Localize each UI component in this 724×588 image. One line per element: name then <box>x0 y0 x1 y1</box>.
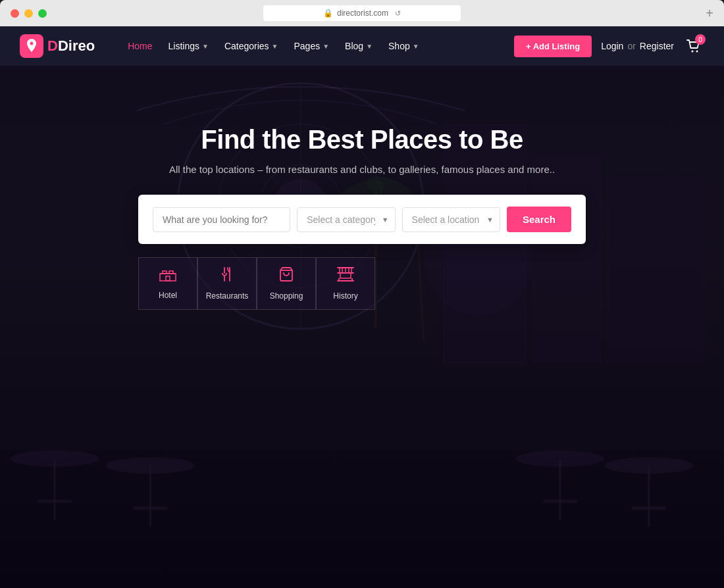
svg-rect-44 <box>340 273 351 278</box>
svg-rect-28 <box>543 500 577 503</box>
nav-label-pages: Pages <box>294 41 320 51</box>
nav-label-categories: Categories <box>224 41 269 51</box>
svg-rect-27 <box>133 506 167 510</box>
cart-button[interactable]: 0 <box>683 36 704 57</box>
register-link[interactable]: Register <box>640 41 674 51</box>
svg-point-0 <box>692 51 694 53</box>
search-button[interactable]: Search <box>507 207 571 232</box>
maximize-button[interactable] <box>38 9 47 18</box>
category-select[interactable]: Select a category Hotel Restaurants Shop… <box>297 207 395 232</box>
svg-rect-26 <box>38 500 72 503</box>
category-label-restaurants: Restaurants <box>206 291 249 301</box>
chevron-down-icon: ▼ <box>366 43 373 50</box>
minimize-button[interactable] <box>24 9 33 18</box>
reload-button[interactable]: ↺ <box>395 9 401 18</box>
chevron-down-icon: ▼ <box>323 43 329 50</box>
window-chrome: 🔒 directorist.com ↺ + <box>0 0 724 26</box>
nav-item-home[interactable]: Home <box>121 36 159 57</box>
logo-text: DDireo <box>47 37 95 55</box>
chevron-down-icon: ▼ <box>202 43 209 50</box>
nav-item-blog[interactable]: Blog ▼ <box>338 36 379 57</box>
logo-icon <box>20 34 43 58</box>
category-label-shopping: Shopping <box>270 291 303 301</box>
chevron-down-icon: ▼ <box>272 43 278 50</box>
svg-point-1 <box>696 51 698 53</box>
add-listing-button[interactable]: + Add Listing <box>514 36 592 57</box>
hero-content: Find the Best Places to Be All the top l… <box>138 125 586 310</box>
logo[interactable]: DDireo <box>20 34 95 58</box>
hero-section: Find the Best Places to Be All the top l… <box>0 66 724 310</box>
window-controls <box>11 9 47 18</box>
nav-label-blog: Blog <box>345 41 363 51</box>
category-cards: Hotel Restaurants <box>138 257 586 310</box>
address-bar[interactable]: 🔒 directorist.com ↺ <box>263 5 461 21</box>
hero-subtitle: All the top locations – from restaurants… <box>138 164 586 175</box>
url-text: directorist.com <box>337 9 388 18</box>
nav-item-listings[interactable]: Listings ▼ <box>162 36 215 57</box>
nav-links: Home Listings ▼ Categories ▼ Pages ▼ Blo… <box>121 36 494 57</box>
category-card-hotel[interactable]: Hotel <box>138 257 197 310</box>
hotel-icon <box>159 267 176 285</box>
site-content: Find the Best Places to Be All the top l… <box>0 66 724 588</box>
location-select[interactable]: Select a location New York Los Angeles C… <box>402 207 500 232</box>
nav-right: + Add Listing Login or Register 0 <box>514 36 704 57</box>
svg-rect-32 <box>160 274 176 281</box>
lock-icon: 🔒 <box>323 9 333 18</box>
login-link[interactable]: Login <box>601 41 623 51</box>
nav-item-categories[interactable]: Categories ▼ <box>218 36 285 57</box>
category-select-wrapper: Select a category Hotel Restaurants Shop… <box>297 207 395 232</box>
close-button[interactable] <box>11 9 19 18</box>
restaurants-icon <box>219 266 235 286</box>
svg-rect-17 <box>0 452 724 588</box>
category-label-history: History <box>333 291 357 301</box>
navbar: DDireo Home Listings ▼ Categories ▼ Page… <box>0 26 724 66</box>
nav-item-shop[interactable]: Shop ▼ <box>382 36 426 57</box>
nav-label-home: Home <box>128 41 152 51</box>
category-card-shopping[interactable]: Shopping <box>257 257 316 310</box>
nav-item-pages[interactable]: Pages ▼ <box>287 36 336 57</box>
nav-label-listings: Listings <box>168 41 199 51</box>
cart-count-badge: 0 <box>695 34 706 45</box>
category-card-history[interactable]: History <box>316 257 375 310</box>
search-box: Select a category Hotel Restaurants Shop… <box>138 195 586 244</box>
site-wrapper: DDireo Home Listings ▼ Categories ▼ Page… <box>0 26 724 588</box>
nav-label-shop: Shop <box>388 41 410 51</box>
chevron-down-icon: ▼ <box>413 43 419 50</box>
category-label-hotel: Hotel <box>159 291 177 300</box>
auth-links: Login or Register <box>601 41 674 51</box>
shopping-icon <box>278 266 294 286</box>
auth-separator: or <box>627 41 635 51</box>
hero-title: Find the Best Places to Be <box>138 125 586 155</box>
new-tab-button[interactable]: + <box>706 6 713 21</box>
history-icon <box>336 266 355 286</box>
svg-rect-29 <box>632 506 666 510</box>
search-input[interactable] <box>153 207 290 232</box>
svg-rect-36 <box>166 276 170 281</box>
location-select-wrapper: Select a location New York Los Angeles C… <box>402 207 500 232</box>
category-card-restaurants[interactable]: Restaurants <box>197 257 257 310</box>
